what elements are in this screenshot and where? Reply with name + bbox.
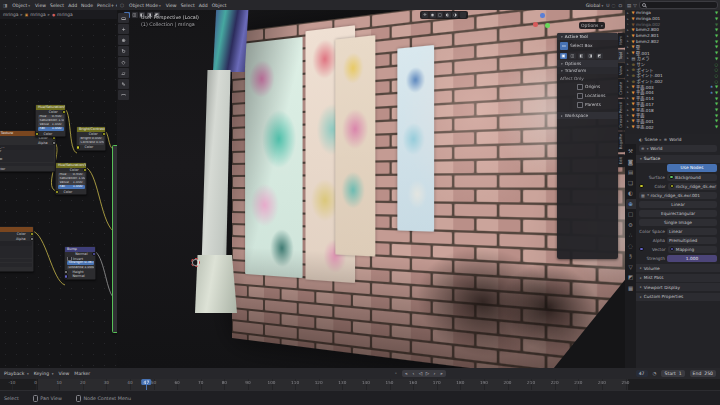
frame-end-field[interactable]: End 250 [690,370,716,377]
outliner-filter-icon[interactable]: ▽ [633,3,636,8]
n-panel-tab-view[interactable]: View [618,63,625,78]
use-nodes-button[interactable]: Use Nodes [667,164,717,172]
pillar-base-block[interactable] [195,255,237,313]
shading-solid-icon[interactable]: ◐ [445,12,451,18]
transform-section[interactable]: ▾Transform [557,67,618,74]
rotate-tool[interactable]: ↻ [118,46,129,56]
jump-to-start-icon[interactable]: « [403,370,410,377]
properties-tab-world[interactable]: ⊕ [626,199,636,209]
properties-tab-particles[interactable]: ∴ [626,230,636,240]
vector-mapping-selector[interactable]: Mapping [668,246,717,253]
alpha-dropdown[interactable]: Premultiplied [667,237,717,244]
breadcrumb-scene[interactable]: Scene [645,137,658,142]
cursor-tool[interactable]: + [118,24,129,34]
properties-tab-texture[interactable]: ▦ [626,283,636,293]
timeline-menu-playback[interactable]: Playback ▾ [4,371,29,376]
properties-tab-physics[interactable]: ◌ [626,241,636,251]
show-overlays-icon[interactable]: ◉ [430,12,436,18]
viewport-menu-view[interactable]: View [166,3,177,8]
socket-out-alpha[interactable] [52,141,55,145]
properties-tab-object-data[interactable]: ▽ [626,262,636,272]
render-settings-icon[interactable]: ⛭ [618,3,622,8]
timeline-menu-marker[interactable]: Marker [74,371,90,376]
annotate-tool[interactable]: ✎ [118,79,129,89]
breadcrumb-world[interactable]: World [669,137,681,142]
transform-orientation-dropdown[interactable]: Global▾ [586,3,603,8]
snap-magnet-icon[interactable]: U [606,3,609,8]
show-gizmo-icon[interactable]: ✛ [422,12,428,18]
viewport-scene[interactable] [117,0,625,368]
socket-out-color[interactable] [83,168,86,172]
toggle-xray-icon[interactable]: ▢ [437,12,443,18]
node-row--[interactable]: ... [0,241,32,245]
node-canvas[interactable]: Image TextureColorAlpharocky_...LinearFl… [0,19,117,368]
checkbox-locations[interactable]: Locations [557,91,618,100]
node-image-texture-2[interactable]: Image TextureColorAlpha...LinearFlatRepe… [0,226,34,272]
outliner-item[interactable]: ▸▼mringa.002▼ [625,21,720,27]
socket-in-color[interactable] [56,190,59,194]
properties-tab-output[interactable]: ▤ [626,167,636,177]
timeline-menu-view[interactable]: View [58,371,69,376]
np-vertex-paint-icon[interactable]: ◧ [578,53,585,59]
n-panel-tab-bagapie[interactable]: BagaPie [618,131,625,152]
next-keyframe-icon[interactable]: › [431,370,438,377]
frame-start-field[interactable]: Start 1 [661,370,684,377]
texture-paint-icon[interactable]: ◫ [132,12,138,18]
timeline-menu-keying[interactable]: Keying ▾ [34,371,54,376]
node-row-srgb[interactable]: sRGB [0,259,32,263]
checkbox-parents[interactable]: Parents [557,100,618,109]
strength-field[interactable]: 1.000 [667,255,717,262]
node-row-strength[interactable]: Strength0.367 [67,261,94,265]
world-datablock-selector[interactable]: ⊕▾World [639,145,717,152]
pillar-painted-top[interactable] [213,0,249,72]
node-bump[interactable]: BumpNormalInvertStrength0.367Distance1.0… [64,246,96,280]
navigation-gizmo[interactable] [533,13,551,31]
node-row-rocky-[interactable]: rocky_... [0,145,54,149]
properties-tab-tool[interactable]: ⚒ [626,146,636,156]
n-panel-tab-grease-pencil[interactable]: Grease Pencil [618,99,625,131]
np-texture-paint-icon[interactable]: ◫ [569,53,576,59]
play-icon[interactable]: ▷ [424,370,431,377]
socket-out-color[interactable] [62,110,65,114]
measure-tool[interactable]: ⌒ [118,90,129,100]
outliner-search-input[interactable] [639,1,718,9]
scale-tool[interactable]: ◇ [118,57,129,67]
node-row-repeat[interactable]: Repeat [0,254,32,258]
options-section[interactable]: ▾Options [557,60,618,67]
surface-shader-selector[interactable]: Background [667,174,717,181]
socket-out-color[interactable] [30,232,33,236]
move-tool[interactable]: ⊕ [118,35,129,45]
playhead-frame-chip[interactable]: 47 [142,379,152,385]
tool-options-dropdown[interactable]: Options▾ [579,22,605,29]
select-box-tool[interactable]: ▭ [118,13,129,23]
active-tool-section[interactable]: ▾Active Tool [557,33,618,40]
color-texture-selector[interactable]: rocky_ridge_4k.exr [668,183,717,190]
gizmo-y-axis[interactable] [545,23,550,28]
shading-material-icon[interactable]: ◑ [452,12,458,18]
np-weight-paint-icon[interactable]: ◨ [587,53,594,59]
properties-tab-view-layer[interactable]: ❏ [626,178,636,188]
properties-tab-modifiers[interactable]: ⚙ [626,220,636,230]
node-hsv-2[interactable]: Hue/Saturation/ValueColorHue0.500Saturat… [55,162,87,195]
panel-viewport-display[interactable]: ▸Viewport Display [636,283,720,291]
editor-type-icon[interactable]: ⬡ [120,3,124,8]
panel-custom-properties[interactable]: ▸Custom Properties [636,293,720,301]
prev-keyframe-icon[interactable]: ‹ [410,370,417,377]
properties-tab-object[interactable]: □ [626,209,636,219]
panel-volume[interactable]: ▸Volume [636,264,720,272]
checkbox-origins[interactable]: Origins [557,82,618,91]
n-panel-tab-create[interactable]: Create [618,79,625,98]
auto-keying-icon[interactable]: ◦ [395,371,398,376]
lock-range-icon[interactable]: ◔ [653,371,657,376]
image-option-single-image[interactable]: Single Image [639,219,717,226]
socket-out-alpha[interactable] [30,237,33,241]
gizmo-z-axis[interactable] [540,13,545,18]
current-frame-field[interactable]: 47 [636,370,648,377]
properties-tab-constraints[interactable]: § [626,251,636,261]
color-space-dropdown[interactable]: Linear [667,228,717,235]
mode-dropdown[interactable]: Object Mode▾ [129,3,161,8]
socket-in-normal[interactable] [65,274,68,278]
n-panel-tab-tool[interactable]: Tool [618,49,625,62]
node-row-repeat[interactable]: Repeat [0,158,54,162]
image-option-linear[interactable]: Linear [639,201,717,208]
